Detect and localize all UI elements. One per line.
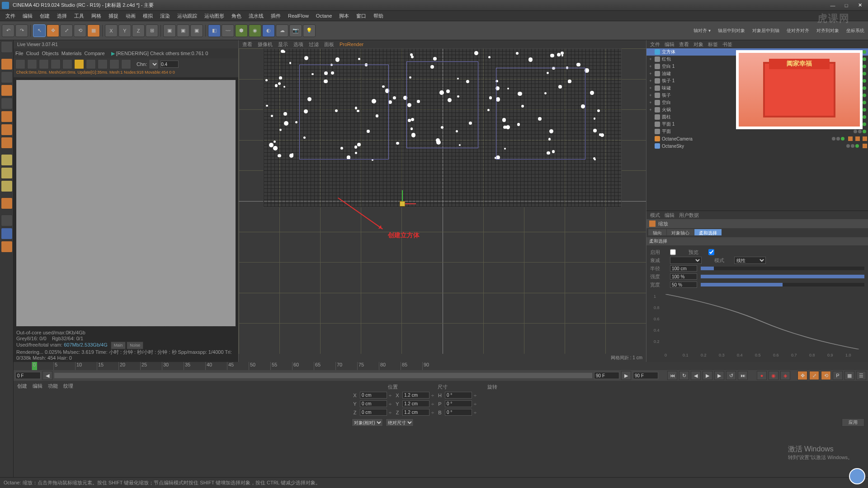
light-button[interactable]: 💡 (303, 24, 316, 37)
radius-slider[interactable] (701, 267, 864, 270)
play-forward-button[interactable]: ↺ (726, 371, 736, 380)
total-frames-input[interactable] (633, 372, 658, 379)
menu-模拟[interactable]: 模拟 (139, 11, 156, 21)
object-manager[interactable]: 阖家幸福 立方体+红包+空白 1+油罐+筷子 1+味罐+筷子+空白+火锅圆柱平面… (646, 48, 868, 211)
next-frame-button[interactable]: ▶ (714, 371, 724, 380)
prev-frame-button[interactable]: ◀ (691, 371, 701, 380)
z-axis-button[interactable]: Z (132, 24, 145, 37)
vp-tab-3[interactable]: 选项 (293, 41, 303, 48)
move-tool[interactable]: ✥ (47, 24, 59, 37)
menu-RealFlow[interactable]: RealFlow (284, 12, 312, 20)
preview-checkbox[interactable] (708, 249, 714, 255)
strength-slider[interactable] (701, 275, 864, 278)
deformer-button[interactable]: ◐ (262, 24, 275, 37)
spline-button[interactable]: 〰 (222, 24, 234, 37)
uv-points-button[interactable] (1, 124, 13, 136)
lv-refresh-icon[interactable] (15, 59, 25, 69)
om-tab-4[interactable]: 标签 (708, 41, 718, 48)
key-param-button[interactable]: P (833, 371, 843, 380)
goto-end-button[interactable]: ⏭ (738, 371, 748, 380)
subdivision-button[interactable]: ◉ (249, 24, 261, 37)
tweak-button[interactable] (1, 241, 13, 253)
object-mode-button[interactable] (1, 98, 13, 109)
mat-tab-1[interactable]: 编辑 (33, 383, 42, 389)
texture-mode-button[interactable] (1, 71, 13, 83)
user-avatar[interactable] (849, 468, 865, 484)
points-mode-button[interactable] (1, 154, 13, 166)
rot-B-input[interactable] (445, 409, 472, 416)
snap-对齐到对象[interactable]: 对齐到对象 (815, 28, 841, 34)
pos-X-input[interactable] (360, 392, 387, 399)
rot-H-input[interactable] (445, 392, 472, 399)
mat-tab-0[interactable]: 创建 (17, 383, 27, 389)
render-view-button[interactable]: ▣ (163, 24, 176, 37)
lv-tab-noise[interactable]: Noise (127, 342, 143, 349)
key-pos-button[interactable]: ✥ (797, 371, 807, 380)
maximize-button[interactable]: □ (840, 1, 853, 9)
attr-menu-1[interactable]: 编辑 (665, 212, 675, 219)
menu-工具[interactable]: 工具 (71, 11, 88, 21)
vp-tab-5[interactable]: 面板 (324, 41, 334, 48)
snap-坐标系统[interactable]: 坐标系统 (844, 28, 866, 34)
width-slider[interactable] (701, 283, 864, 286)
lv-settings-icon[interactable] (62, 59, 72, 69)
coord-mode-select[interactable]: 对象(相对) (352, 418, 383, 427)
mat-tab-3[interactable]: 纹理 (63, 383, 73, 389)
keyframe-button[interactable]: ◈ (780, 371, 790, 380)
render-region-button[interactable]: ▣ (177, 24, 189, 37)
mat-tab-2[interactable]: 功能 (48, 383, 58, 389)
coord-system-button[interactable]: ⊞ (146, 24, 158, 37)
attr-menu-2[interactable]: 用户数据 (679, 212, 699, 219)
viewport-canvas[interactable]: 创建立方体 (239, 48, 646, 354)
generator-button[interactable]: ⬢ (235, 24, 248, 37)
mode-select[interactable]: 线性 (734, 257, 766, 264)
menu-捕捉[interactable]: 捕捉 (105, 11, 122, 21)
attr-tab-objaxis[interactable]: 对象轴心 (667, 229, 694, 235)
vp-tab-1[interactable]: 摄像机 (258, 41, 273, 48)
vp-tab-4[interactable]: 过滤 (309, 41, 319, 48)
axis-mode-button[interactable] (1, 197, 13, 209)
menu-Octane[interactable]: Octane (312, 12, 335, 20)
autokey-button[interactable]: ◉ (769, 371, 778, 380)
lv-region-icon[interactable] (98, 59, 108, 69)
lv-materials[interactable]: Materials (61, 51, 82, 56)
lv-stop-icon[interactable] (51, 59, 61, 69)
snap-button[interactable] (1, 228, 13, 239)
lv-objects[interactable]: Objects (42, 51, 58, 56)
menu-网格[interactable]: 网格 (88, 11, 105, 21)
menu-插件[interactable]: 插件 (267, 11, 284, 21)
snap-使对齐对齐[interactable]: 使对齐对齐 (785, 28, 811, 34)
lv-tab-main[interactable]: Main (111, 342, 126, 349)
record-button[interactable]: ● (757, 371, 767, 380)
scale-tool[interactable]: ⤢ (60, 24, 73, 37)
attr-menu-0[interactable]: 模式 (650, 212, 660, 219)
undo-button[interactable]: ↶ (2, 24, 14, 37)
size-X-input[interactable] (402, 392, 429, 399)
minimize-button[interactable]: — (826, 1, 839, 9)
om-tab-5[interactable]: 书签 (722, 41, 732, 48)
lv-clay-icon[interactable] (86, 59, 96, 69)
menu-脚本[interactable]: 脚本 (335, 11, 353, 21)
menu-帮助[interactable]: 帮助 (370, 11, 387, 21)
goto-start-button[interactable]: ⏮ (667, 371, 677, 380)
lv-compare[interactable]: Compare (84, 51, 104, 56)
menu-运动跟踪[interactable]: 运动跟踪 (174, 11, 201, 21)
lv-lock-icon[interactable] (74, 59, 84, 69)
lv-exposure-input[interactable] (160, 61, 179, 68)
menu-窗口[interactable]: 窗口 (353, 11, 370, 21)
viewport-solo-button[interactable] (1, 215, 13, 226)
attr-tab-softsel[interactable]: 柔和选择 (694, 229, 722, 235)
make-editable-button[interactable] (1, 41, 13, 53)
animation-mode-button[interactable] (1, 111, 13, 122)
loop-button[interactable]: ↻ (679, 371, 689, 380)
edges-mode-button[interactable] (1, 167, 13, 179)
width-input[interactable] (670, 282, 697, 288)
menu-渲染[interactable]: 渲染 (156, 11, 174, 21)
key-opts-button[interactable]: ☰ (856, 371, 866, 380)
strength-input[interactable] (670, 273, 697, 280)
size-Z-input[interactable] (402, 409, 429, 416)
y-axis-button[interactable]: Y (118, 24, 131, 37)
lv-focus-icon[interactable] (109, 59, 119, 69)
key-rot-button[interactable]: ⟲ (821, 371, 831, 380)
uv-polys-button[interactable] (1, 137, 13, 149)
